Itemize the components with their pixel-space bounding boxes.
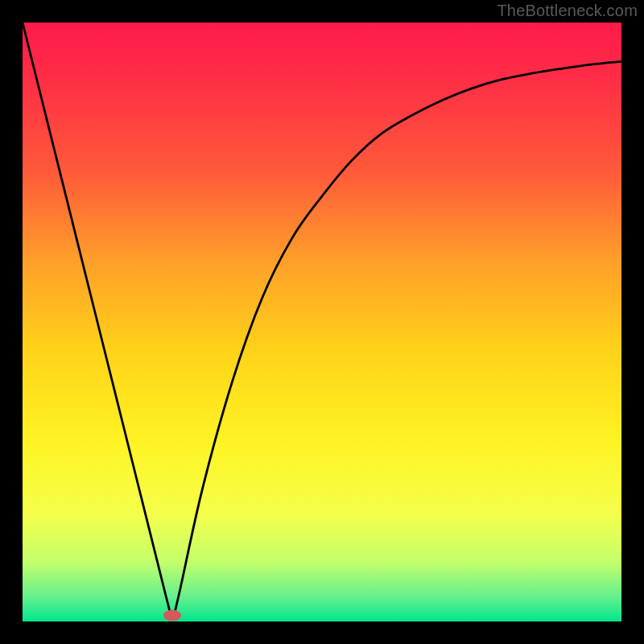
watermark-text: TheBottleneck.com <box>497 2 638 20</box>
chart-svg <box>23 23 621 621</box>
gradient-background <box>23 23 621 621</box>
chart-frame: TheBottleneck.com <box>0 0 644 644</box>
plot-area <box>23 23 621 621</box>
optimal-point-marker <box>163 610 181 621</box>
